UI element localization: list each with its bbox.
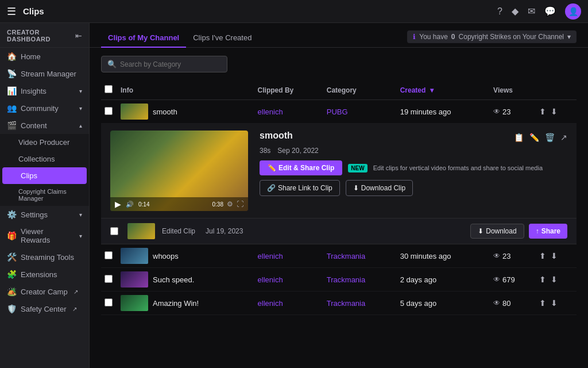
created-amazing-win: 5 days ago	[400, 299, 437, 308]
user-avatar[interactable]: 👤	[565, 3, 581, 20]
stream-manager-icon: 📡	[7, 69, 16, 78]
viewer-rewards-icon: 🎁	[7, 231, 16, 240]
download-icon-whoops[interactable]: ⬇	[551, 251, 558, 260]
sidebar-item-extensions[interactable]: 🧩 Extensions	[0, 266, 89, 283]
crown-icon[interactable]: ◆	[512, 6, 519, 17]
row-views-cell: 👁 23	[490, 100, 536, 124]
views-whoops: 23	[502, 252, 510, 260]
download-clip-button[interactable]: ⬇ Download Clip	[346, 180, 413, 196]
copy-link-icon[interactable]: 📋	[514, 133, 524, 142]
copyright-info-icon: ℹ	[413, 33, 416, 41]
clip-name-whoops: whoops	[153, 252, 179, 260]
clip-date: Sep 20, 2022	[277, 147, 318, 155]
sidebar-item-content[interactable]: 🎬 Content ▴	[0, 117, 89, 134]
video-time-elapsed: 0:14	[138, 201, 149, 208]
edited-download-icon: ⬇	[478, 227, 483, 235]
sidebar-item-insights[interactable]: 📊 Insights ▾	[0, 82, 89, 99]
clip-thumbnail-smooth	[121, 103, 148, 120]
row-info-cell: Such speed.	[117, 268, 254, 292]
category-link-whoops[interactable]: Trackmania	[327, 252, 365, 260]
edited-clip-row: Edited Clip Jul 19, 2023 ⬇ Download ↑	[101, 218, 577, 244]
category-link-such-speed[interactable]: Trackmania	[327, 275, 365, 284]
upload-icon-whoops[interactable]: ⬆	[539, 251, 546, 260]
tab-clips-my-channel[interactable]: Clips of My Channel	[101, 29, 186, 48]
row-checkbox-cell	[101, 244, 117, 268]
row-checkbox-whoops[interactable]	[105, 251, 113, 259]
topbar-title: Clips	[23, 6, 497, 16]
row-checkbox-smooth[interactable]	[105, 107, 113, 115]
download-icon-such-speed[interactable]: ⬇	[551, 275, 558, 284]
clip-name-amazing-win: Amazing Win!	[153, 299, 199, 308]
download-icon-smooth[interactable]: ⬇	[551, 107, 558, 116]
table-row: smooth ellenich PUBG 19 minutes ago	[101, 100, 577, 124]
row-info-cell: Amazing Win!	[117, 292, 254, 315]
row-checkbox-amazing-win[interactable]	[105, 298, 113, 306]
upload-icon-amazing-win[interactable]: ⬆	[539, 298, 546, 308]
select-all-checkbox[interactable]	[105, 85, 113, 93]
help-icon[interactable]: ?	[497, 6, 502, 17]
sidebar-item-settings[interactable]: ⚙️ Settings ▾	[0, 206, 89, 223]
row-checkbox-such-speed[interactable]	[105, 275, 113, 283]
mail-icon[interactable]: ✉	[528, 6, 535, 17]
sidebar-header: CREATOR DASHBOARD ⇤	[0, 23, 89, 48]
edited-share-button[interactable]: ↑ Share	[529, 224, 567, 239]
sidebar-item-streaming-tools[interactable]: 🛠️ Streaming Tools	[0, 248, 89, 266]
clipped-by-link-amazing-win[interactable]: ellenich	[258, 299, 283, 308]
delete-icon[interactable]: 🗑️	[545, 133, 555, 142]
sidebar-item-label: Clips	[21, 171, 37, 180]
th-views: Views	[490, 80, 536, 100]
eye-icon-whoops: 👁	[493, 252, 500, 260]
sidebar-item-label: Stream Manager	[21, 70, 76, 78]
sidebar-item-community[interactable]: 👥 Community ▾	[0, 99, 89, 117]
creator-camp-external-icon: ↗	[74, 289, 78, 295]
sidebar: CREATOR DASHBOARD ⇤ 🏠 Home 📡 Stream Mana…	[0, 23, 90, 368]
category-link-smooth[interactable]: PUBG	[327, 108, 348, 116]
sidebar-collapse-icon[interactable]: ⇤	[75, 31, 82, 40]
streaming-tools-icon: 🛠️	[7, 252, 16, 262]
download-clip-icon: ⬇	[353, 184, 359, 192]
safety-center-external-icon: ↗	[72, 306, 77, 312]
search-input[interactable]	[120, 60, 221, 68]
chat-icon[interactable]: 💬	[544, 6, 556, 17]
play-button[interactable]: ▶	[115, 200, 121, 209]
category-link-amazing-win[interactable]: Trackmania	[327, 299, 365, 308]
th-created[interactable]: Created ▾	[397, 80, 490, 100]
clip-meta: 38s Sep 20, 2022	[260, 147, 567, 155]
edit-share-button[interactable]: ✏️ Edit & Share Clip	[260, 160, 342, 175]
video-settings-icon[interactable]: ⚙	[227, 200, 233, 208]
share-link-button[interactable]: 🔗 Share Link to Clip	[260, 180, 340, 196]
open-external-icon[interactable]: ↗	[560, 133, 567, 142]
edit-pencil-icon[interactable]: ✏️	[529, 133, 539, 142]
sidebar-item-viewer-rewards[interactable]: 🎁 Viewer Rewards ▾	[0, 223, 89, 248]
sidebar-item-stream-manager[interactable]: 📡 Stream Manager	[0, 65, 89, 82]
download-icon-amazing-win[interactable]: ⬇	[551, 298, 558, 308]
tab-clips-ive-created[interactable]: Clips I've Created	[186, 29, 258, 48]
expanded-clip-cell: ▶ 🔊 0:14 0:38 ⚙ ⛶	[101, 124, 577, 218]
created-smooth: 19 minutes ago	[400, 108, 451, 116]
search-bar[interactable]: 🔍	[101, 56, 227, 72]
new-badge: NEW	[348, 164, 367, 172]
edited-clip-date: Jul 19, 2023	[206, 227, 243, 235]
clip-video-player[interactable]: ▶ 🔊 0:14 0:38 ⚙ ⛶	[110, 131, 248, 211]
edited-clip-thumbnail	[127, 223, 155, 239]
video-fullscreen-icon[interactable]: ⛶	[237, 200, 243, 208]
volume-icon[interactable]: 🔊	[126, 201, 134, 208]
sidebar-item-safety-center[interactable]: 🛡️ Safety Center ↗	[0, 300, 89, 317]
sidebar-item-creator-camp[interactable]: 🏕️ Creator Camp ↗	[0, 283, 89, 300]
sidebar-item-label: Insights	[21, 87, 47, 95]
copyright-banner[interactable]: ℹ You have 0 Copyright Strikes on Your C…	[407, 30, 577, 43]
sidebar-item-collections[interactable]: Collections	[0, 151, 89, 167]
sidebar-item-clips[interactable]: Clips	[2, 167, 87, 184]
upload-icon-such-speed[interactable]: ⬆	[539, 275, 546, 284]
clipped-by-link-whoops[interactable]: ellenich	[258, 252, 283, 260]
menu-icon[interactable]: ☰	[7, 5, 16, 18]
clipped-by-link-such-speed[interactable]: ellenich	[258, 275, 283, 284]
sidebar-item-home[interactable]: 🏠 Home	[0, 48, 89, 65]
edited-clip-checkbox[interactable]	[110, 227, 118, 235]
clipped-by-link-smooth[interactable]: ellenich	[258, 108, 283, 116]
edited-download-button[interactable]: ⬇ Download	[470, 224, 524, 239]
sidebar-item-copyright-claims[interactable]: Copyright Claims Manager	[0, 184, 89, 206]
upload-icon-smooth[interactable]: ⬆	[539, 107, 546, 116]
clip-detail-panel: smooth 📋 ✏️ 🗑️ ↗	[260, 131, 567, 211]
sidebar-item-video-producer[interactable]: Video Producer	[0, 134, 89, 151]
